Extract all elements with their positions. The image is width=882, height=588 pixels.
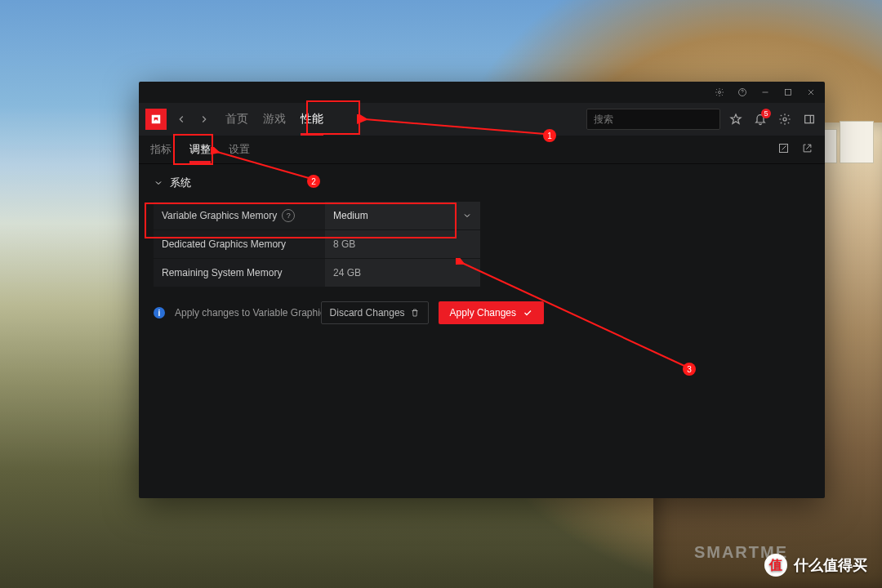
subtab-metrics[interactable]: 指标 [150,136,172,163]
chevron-down-icon [462,211,472,220]
subtab-tuning[interactable]: 调整 [189,136,211,163]
minimize-icon[interactable] [760,87,771,98]
subtab-settings-label: 设置 [229,142,250,157]
sub-tabs: 指标 调整 设置 [139,136,825,164]
footer-bar: i Apply changes to Variable Graphics Mem… [154,301,810,324]
label-text: Remaining System Memory [162,267,282,278]
row-label: Dedicated Graphics Memory [154,230,325,258]
tab-home-label: 首页 [225,112,248,127]
tab-performance[interactable]: 性能 [301,103,323,136]
close-icon[interactable] [805,87,817,98]
window-titlebar [139,82,825,103]
main-toolbar: 首页 游戏 性能 5 [139,103,825,136]
row-label: Variable Graphics Memory ? [154,202,325,229]
value-text: 8 GB [333,238,355,250]
svg-rect-2 [786,90,791,96]
discard-button[interactable]: Discard Changes [321,301,429,324]
help-icon[interactable]: ? [282,209,295,222]
row-value: 24 GB [325,259,480,287]
popout-icon[interactable] [801,142,813,157]
subtab-tuning-label: 调整 [189,142,211,157]
gear-icon[interactable] [776,110,794,128]
row-value: 8 GB [325,230,480,258]
chevron-down-icon [154,178,163,188]
svg-point-0 [719,91,721,94]
tab-home[interactable]: 首页 [225,103,248,136]
search-box[interactable] [586,109,720,130]
tab-games-label: 游戏 [263,112,286,127]
nav-tabs: 首页 游戏 性能 [225,103,323,136]
svg-rect-5 [805,115,814,122]
tab-games[interactable]: 游戏 [263,103,286,136]
section-title: 系统 [170,176,191,190]
label-text: Variable Graphics Memory [162,210,277,221]
favorite-icon[interactable] [727,110,745,128]
trash-icon [410,308,420,318]
discard-label: Discard Changes [330,307,405,318]
label-text: Dedicated Graphics Memory [162,238,286,250]
svg-point-4 [783,118,786,121]
check-icon [523,308,532,318]
bell-badge: 5 [761,109,771,118]
watermark-icon: 值 [764,554,787,577]
amd-software-window: 首页 游戏 性能 5 指标 调整 设置 系统 [139,82,825,498]
search-input[interactable] [592,113,718,126]
row-value-dropdown[interactable]: Medium [325,202,480,229]
value-text: Medium [333,210,368,221]
row-variable-graphics-memory: Variable Graphics Memory ? Medium [154,202,810,229]
bell-icon[interactable]: 5 [751,110,769,128]
info-icon: i [154,307,165,318]
forward-button[interactable] [196,111,212,127]
value-text: 24 GB [333,267,361,278]
edit-icon[interactable] [777,142,790,157]
subtab-metrics-label: 指标 [150,142,172,157]
tab-performance-label: 性能 [301,112,323,127]
help-icon[interactable] [737,87,748,98]
watermark: 值 什么值得买 [764,554,867,577]
apply-label: Apply Changes [450,307,516,318]
settings-grid: Variable Graphics Memory ? Medium Dedica… [154,202,810,287]
row-remaining-system-memory: Remaining System Memory 24 GB [154,259,810,287]
watermark-text: 什么值得买 [794,555,867,575]
back-button[interactable] [173,111,189,127]
apply-button[interactable]: Apply Changes [439,301,544,324]
section-header[interactable]: 系统 [154,176,810,190]
settings-small-icon[interactable] [714,87,725,98]
maximize-icon[interactable] [782,87,794,98]
content-area: 系统 Variable Graphics Memory ? Medium Ded… [139,164,825,336]
row-label: Remaining System Memory [154,259,325,287]
row-dedicated-graphics-memory: Dedicated Graphics Memory 8 GB [154,230,810,258]
amd-logo[interactable] [145,109,167,130]
subtab-settings[interactable]: 设置 [229,136,250,163]
panel-icon[interactable] [800,110,818,128]
